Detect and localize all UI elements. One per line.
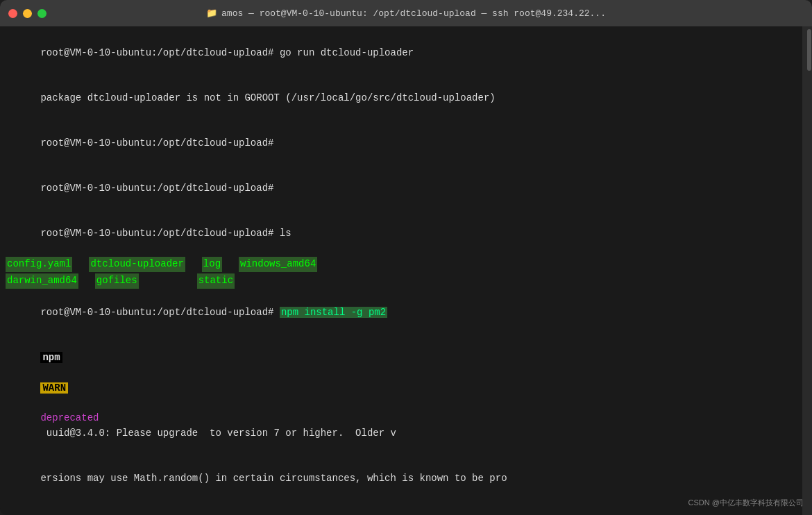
terminal-line: root@VM-0-10-ubuntu:/opt/dtcloud-upload# <box>6 166 806 211</box>
traffic-lights <box>8 9 46 18</box>
npm-cmd-highlight: npm install -g pm2 <box>280 307 387 318</box>
terminal-line-npm: root@VM-0-10-ubuntu:/opt/dtcloud-upload#… <box>6 291 806 336</box>
deprecated-label: deprecated <box>40 412 99 423</box>
terminal-line: ersions may use Math.random() in certain… <box>6 456 806 501</box>
maximize-button[interactable] <box>37 9 46 18</box>
warn-badge: WARN <box>40 382 68 394</box>
folder-icon: 📁 <box>206 8 217 19</box>
terminal-line-ls: config.yaml dtcloud-uploader log windows… <box>6 256 806 273</box>
terminal-line: root@VM-0-10-ubuntu:/opt/dtcloud-upload# <box>6 121 806 166</box>
close-button[interactable] <box>8 9 17 18</box>
terminal-body[interactable]: root@VM-0-10-ubuntu:/opt/dtcloud-upload#… <box>0 26 812 515</box>
file-config: config.yaml <box>6 257 72 272</box>
file-gofiles: gofiles <box>95 273 139 289</box>
scrollbar-track[interactable] <box>802 26 812 515</box>
terminal-window: 📁 amos — root@VM-0-10-ubuntu: /opt/dtclo… <box>0 0 812 515</box>
terminal-line: root@VM-0-10-ubuntu:/opt/dtcloud-upload#… <box>6 211 806 256</box>
titlebar: 📁 amos — root@VM-0-10-ubuntu: /opt/dtclo… <box>0 0 812 26</box>
terminal-line-ls2: darwin_amd64 gofiles static <box>6 273 806 289</box>
terminal-line: blematic. See https://v8.dev/blog/math-r… <box>6 501 806 515</box>
file-dtcloud: dtcloud-uploader <box>89 257 185 272</box>
scrollbar-thumb[interactable] <box>807 29 811 71</box>
minimize-button[interactable] <box>23 9 32 18</box>
window-title: 📁 amos — root@VM-0-10-ubuntu: /opt/dtclo… <box>206 8 606 19</box>
file-log: log <box>202 257 222 272</box>
terminal-line: package dtcloud-uploader is not in GOROO… <box>6 76 806 121</box>
npm-badge: npm <box>40 352 62 363</box>
terminal-line: root@VM-0-10-ubuntu:/opt/dtcloud-upload#… <box>6 31 806 76</box>
file-static: static <box>197 273 235 289</box>
terminal-line-warn-dep: npm WARN deprecated uuid@3.4.0: Please u… <box>6 336 806 457</box>
file-darwin: darwin_amd64 <box>6 273 78 289</box>
file-windows: windows_amd64 <box>239 257 317 272</box>
watermark: CSDN @中亿丰数字科技有限公司 <box>688 498 804 508</box>
